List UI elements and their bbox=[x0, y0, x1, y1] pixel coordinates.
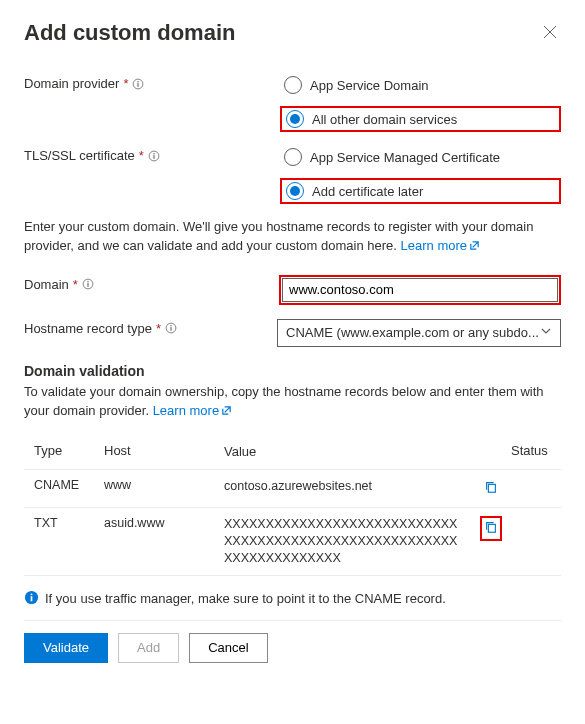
svg-rect-13 bbox=[170, 327, 171, 331]
copy-icon bbox=[484, 520, 498, 537]
svg-rect-14 bbox=[488, 484, 495, 492]
radio-all-other-domain-services[interactable]: All other domain services bbox=[280, 106, 561, 132]
close-icon bbox=[543, 27, 557, 42]
svg-point-3 bbox=[138, 81, 139, 82]
info-icon[interactable] bbox=[165, 322, 177, 334]
info-icon bbox=[24, 590, 39, 608]
info-icon[interactable] bbox=[148, 150, 160, 162]
label-text: Domain bbox=[24, 277, 69, 292]
svg-point-17 bbox=[31, 593, 33, 595]
svg-point-9 bbox=[87, 281, 88, 282]
copy-button[interactable] bbox=[480, 516, 502, 541]
cancel-button[interactable]: Cancel bbox=[189, 633, 267, 663]
close-button[interactable] bbox=[539, 21, 561, 46]
svg-point-6 bbox=[153, 153, 154, 154]
radio-icon bbox=[286, 110, 304, 128]
learn-more-link[interactable]: Learn more bbox=[401, 238, 480, 253]
radio-add-certificate-later[interactable]: Add certificate later bbox=[280, 178, 561, 204]
svg-rect-15 bbox=[488, 524, 495, 532]
learn-more-link[interactable]: Learn more bbox=[153, 403, 232, 418]
copy-icon bbox=[484, 480, 498, 497]
required-asterisk: * bbox=[139, 148, 144, 163]
info-icon[interactable] bbox=[132, 78, 144, 90]
validation-body: To validate your domain ownership, copy … bbox=[24, 384, 544, 418]
svg-point-12 bbox=[170, 325, 171, 326]
description-text: Enter your custom domain. We'll give you… bbox=[24, 218, 561, 257]
radio-label: App Service Domain bbox=[310, 78, 429, 93]
cell-host: asuid.www bbox=[104, 516, 224, 530]
cell-host: www bbox=[104, 478, 224, 492]
table-row: CNAME www contoso.azurewebsites.net bbox=[24, 470, 561, 508]
footer-actions: Validate Add Cancel bbox=[24, 620, 561, 663]
radio-app-service-domain[interactable]: App Service Domain bbox=[284, 74, 561, 96]
table-header: Type Host Value Status bbox=[24, 435, 561, 470]
chevron-down-icon bbox=[540, 325, 552, 340]
required-asterisk: * bbox=[156, 321, 161, 336]
hostname-record-type-label: Hostname record type * bbox=[24, 319, 277, 336]
domain-provider-label: Domain provider * bbox=[24, 74, 284, 91]
required-asterisk: * bbox=[73, 277, 78, 292]
radio-label: App Service Managed Certificate bbox=[310, 150, 500, 165]
svg-rect-18 bbox=[31, 596, 33, 601]
radio-label: All other domain services bbox=[312, 112, 457, 127]
radio-app-service-managed-cert[interactable]: App Service Managed Certificate bbox=[284, 146, 561, 168]
svg-rect-10 bbox=[87, 283, 88, 287]
tls-certificate-label: TLS/SSL certificate * bbox=[24, 146, 284, 163]
hostname-record-type-select[interactable]: CNAME (www.example.com or any subdo... bbox=[277, 319, 561, 347]
validate-button[interactable]: Validate bbox=[24, 633, 108, 663]
radio-icon bbox=[284, 148, 302, 166]
domain-label: Domain * bbox=[24, 275, 279, 292]
page-title: Add custom domain bbox=[24, 20, 235, 46]
note-text: If you use traffic manager, make sure to… bbox=[45, 591, 446, 606]
add-button: Add bbox=[118, 633, 179, 663]
domain-input[interactable] bbox=[282, 278, 558, 302]
radio-icon bbox=[286, 182, 304, 200]
select-value: CNAME (www.example.com or any subdo... bbox=[286, 325, 539, 340]
radio-icon bbox=[284, 76, 302, 94]
traffic-manager-note: If you use traffic manager, make sure to… bbox=[24, 590, 561, 608]
label-text: Hostname record type bbox=[24, 321, 152, 336]
external-link-icon bbox=[221, 403, 232, 422]
radio-label: Add certificate later bbox=[312, 184, 423, 199]
copy-button[interactable] bbox=[482, 478, 500, 499]
cell-type: TXT bbox=[24, 516, 104, 530]
label-text: TLS/SSL certificate bbox=[24, 148, 135, 163]
col-status: Status bbox=[511, 443, 561, 458]
validation-text: To validate your domain ownership, copy … bbox=[24, 383, 561, 422]
cell-value: contoso.azurewebsites.net bbox=[224, 478, 471, 495]
svg-rect-4 bbox=[138, 83, 139, 87]
svg-rect-7 bbox=[153, 155, 154, 159]
cell-type: CNAME bbox=[24, 478, 104, 492]
col-type: Type bbox=[24, 443, 104, 458]
col-value: Value bbox=[224, 443, 471, 461]
table-row: TXT asuid.www XXXXXXXXXXXXXXXXXXXXXXXXXX… bbox=[24, 508, 561, 576]
cell-value: XXXXXXXXXXXXXXXXXXXXXXXXXXXXXXXXXXXXXXXX… bbox=[224, 516, 471, 567]
required-asterisk: * bbox=[123, 76, 128, 91]
col-host: Host bbox=[104, 443, 224, 458]
external-link-icon bbox=[469, 238, 480, 257]
hostname-records-table: Type Host Value Status CNAME www contoso… bbox=[24, 435, 561, 575]
domain-validation-heading: Domain validation bbox=[24, 363, 561, 379]
label-text: Domain provider bbox=[24, 76, 119, 91]
info-icon[interactable] bbox=[82, 278, 94, 290]
